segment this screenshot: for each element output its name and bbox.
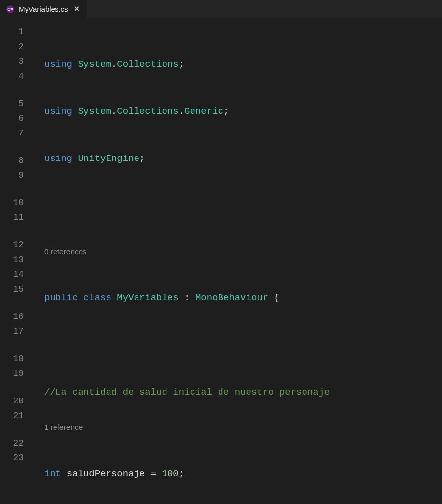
line-number: 6	[0, 111, 34, 126]
line-number: 23	[0, 451, 34, 465]
code-editor[interactable]: 1 2 3 4 5 6 7 8 9 10 11 12 13 14 15 16 1…	[0, 19, 442, 504]
line-number: 9	[0, 168, 34, 183]
csharp-file-icon: C#	[6, 5, 15, 14]
line-number: 8	[0, 153, 34, 168]
close-icon[interactable]: ×	[72, 4, 82, 14]
line-number: 16	[0, 309, 34, 324]
code-line[interactable]: using System.Collections;	[44, 57, 442, 72]
line-number: 13	[0, 252, 34, 267]
line-number: 20	[0, 394, 34, 408]
tab-bar: C# MyVariables.cs ×	[0, 0, 442, 19]
line-number: 10	[0, 195, 34, 210]
svg-text:C#: C#	[7, 7, 13, 12]
line-number: 1	[0, 25, 34, 39]
line-number: 4	[0, 69, 34, 83]
codelens[interactable]: 0 references	[44, 245, 442, 258]
line-number-gutter: 1 2 3 4 5 6 7 8 9 10 11 12 13 14 15 16 1…	[0, 19, 34, 504]
code-line[interactable]: int saludPersonaje = 100;	[44, 466, 442, 481]
code-line[interactable]: using System.Collections.Generic;	[44, 104, 442, 119]
line-number: 5	[0, 96, 34, 111]
line-number: 22	[0, 436, 34, 451]
code-line[interactable]	[44, 338, 442, 352]
code-line[interactable]	[44, 198, 442, 213]
line-number: 15	[0, 282, 34, 296]
line-number: 21	[0, 408, 34, 423]
code-line[interactable]: //La cantidad de salud inicial de nuestr…	[44, 385, 442, 399]
line-number: 3	[0, 54, 34, 69]
editor-tab[interactable]: C# MyVariables.cs ×	[0, 0, 87, 18]
line-number: 17	[0, 324, 34, 339]
line-number: 7	[0, 126, 34, 140]
line-number: 18	[0, 351, 34, 366]
code-line[interactable]: public class MyVariables : MonoBehaviour…	[44, 291, 442, 305]
code-line[interactable]: using UnityEngine;	[44, 151, 442, 166]
code-area[interactable]: using System.Collections; using System.C…	[34, 19, 442, 504]
line-number: 19	[0, 366, 34, 381]
line-number: 11	[0, 210, 34, 225]
line-number: 12	[0, 238, 34, 252]
tab-title: MyVariables.cs	[19, 5, 68, 13]
line-number: 2	[0, 39, 34, 54]
line-number: 14	[0, 267, 34, 282]
codelens[interactable]: 1 reference	[44, 421, 442, 434]
